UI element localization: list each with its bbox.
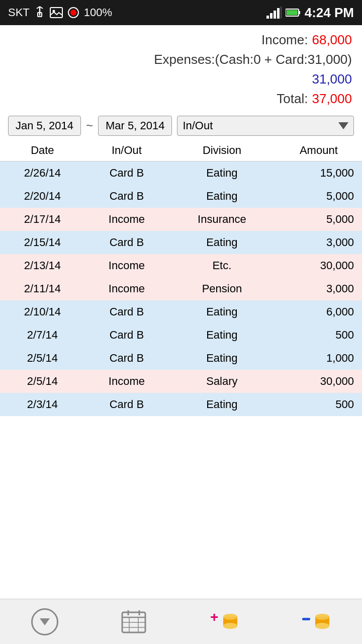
svg-rect-11 (277, 8, 280, 19)
cell-division: Pension (168, 277, 276, 300)
cell-date: 2/10/14 (0, 300, 85, 324)
table-row[interactable]: 2/3/14Card BEating500 (0, 393, 362, 416)
expenses-row: Expenses:(Cash:0 + Card:31,000) (10, 50, 352, 69)
cell-division: Insurance (168, 208, 276, 231)
svg-rect-30 (302, 618, 310, 620)
svg-rect-10 (274, 11, 276, 19)
nav-back[interactable] (31, 608, 58, 635)
table-row[interactable]: 2/11/14IncomePension3,000 (0, 277, 362, 300)
cell-division: Salary (168, 370, 276, 393)
expenses-value-row: 31,000 (10, 69, 352, 89)
cell-amount: 30,000 (276, 370, 362, 393)
cell-amount: 3,000 (276, 277, 362, 300)
svg-point-29 (223, 623, 237, 629)
summary-section: Income: 68,000 Expenses:(Cash:0 + Card:3… (0, 25, 362, 112)
income-row: Income: 68,000 (10, 30, 352, 50)
cell-inout: Card B (85, 393, 168, 416)
inout-select-wrap: In/Out (177, 116, 354, 136)
cell-division: Eating (168, 162, 276, 185)
cell-amount: 5,000 (276, 185, 362, 208)
transactions-table: Date In/Out Division Amount 2/26/14Card … (0, 140, 362, 416)
svg-rect-14 (299, 11, 300, 14)
cell-inout: Income (85, 277, 168, 300)
cell-date: 2/5/14 (0, 347, 85, 370)
cell-amount: 500 (276, 324, 362, 347)
cell-date: 2/13/14 (0, 254, 85, 277)
signal-icon (266, 7, 282, 19)
total-label: Total: (277, 89, 308, 109)
cell-division: Etc. (168, 254, 276, 277)
svg-point-34 (315, 614, 329, 620)
cell-amount: 15,000 (276, 162, 362, 185)
cell-date: 2/7/14 (0, 324, 85, 347)
tilde-separator: ~ (86, 119, 93, 133)
battery-icon (286, 8, 301, 18)
expenses-value: 31,000 (312, 69, 352, 89)
table-row[interactable]: 2/13/14IncomeEtc.30,000 (0, 254, 362, 277)
col-date: Date (0, 140, 85, 162)
table-row[interactable]: 2/17/14IncomeInsurance5,000 (0, 208, 362, 231)
cell-date: 2/15/14 (0, 231, 85, 254)
svg-rect-12 (281, 7, 282, 19)
table-row[interactable]: 2/15/14Card BEating3,000 (0, 231, 362, 254)
status-right: 4:24 PM (266, 5, 354, 21)
cell-inout: Card B (85, 347, 168, 370)
col-division: Division (168, 140, 276, 162)
record-icon (68, 7, 79, 18)
svg-text:+: + (210, 609, 218, 625)
cell-inout: Income (85, 254, 168, 277)
cell-amount: 30,000 (276, 254, 362, 277)
inout-select[interactable]: In/Out (177, 116, 354, 136)
svg-rect-8 (266, 16, 269, 19)
svg-point-35 (315, 623, 329, 629)
svg-point-7 (70, 10, 76, 16)
cell-division: Eating (168, 231, 276, 254)
bottom-nav: + (0, 599, 362, 644)
expenses-label: Expenses:(Cash:0 + Card:31,000) (154, 50, 352, 69)
table-row[interactable]: 2/5/14IncomeSalary30,000 (0, 370, 362, 393)
cell-date: 2/17/14 (0, 208, 85, 231)
cell-inout: Income (85, 370, 168, 393)
cell-division: Eating (168, 393, 276, 416)
income-label: Income: (261, 30, 308, 50)
col-inout: In/Out (85, 140, 168, 162)
start-date-button[interactable]: Jan 5, 2014 (8, 116, 81, 136)
cell-date: 2/5/14 (0, 370, 85, 393)
cell-date: 2/11/14 (0, 277, 85, 300)
total-value: 37,000 (312, 89, 352, 109)
inout-label: In/Out (183, 119, 213, 132)
calendar-icon (120, 608, 147, 635)
cell-amount: 1,000 (276, 347, 362, 370)
cell-amount: 6,000 (276, 300, 362, 324)
cell-inout: Card B (85, 231, 168, 254)
nav-subtract-money[interactable] (301, 608, 331, 636)
table-row[interactable]: 2/26/14Card BEating15,000 (0, 162, 362, 185)
cell-amount: 3,000 (276, 231, 362, 254)
svg-rect-4 (50, 8, 62, 18)
cell-date: 2/26/14 (0, 162, 85, 185)
nav-add-money[interactable]: + (209, 608, 239, 636)
cell-date: 2/3/14 (0, 393, 85, 416)
battery-percent: 100% (84, 6, 112, 19)
chevron-down-icon (40, 618, 50, 625)
svg-point-28 (223, 614, 237, 620)
back-icon (31, 608, 58, 635)
usb-icon (35, 6, 45, 20)
cell-inout: Card B (85, 300, 168, 324)
subtract-money-icon (301, 608, 331, 636)
table-row[interactable]: 2/7/14Card BEating500 (0, 324, 362, 347)
cell-inout: Income (85, 208, 168, 231)
income-value: 68,000 (312, 30, 352, 50)
status-bar: SKT 100% (0, 0, 362, 25)
cell-inout: Card B (85, 162, 168, 185)
table-row[interactable]: 2/10/14Card BEating6,000 (0, 300, 362, 324)
cell-inout: Card B (85, 324, 168, 347)
image-icon (50, 7, 63, 18)
table-row[interactable]: 2/5/14Card BEating1,000 (0, 347, 362, 370)
cell-division: Eating (168, 347, 276, 370)
cell-inout: Card B (85, 185, 168, 208)
filter-bar: Jan 5, 2014 ~ Mar 5, 2014 In/Out (0, 112, 362, 140)
nav-calendar[interactable] (120, 608, 147, 635)
table-row[interactable]: 2/20/14Card BEating5,000 (0, 185, 362, 208)
end-date-button[interactable]: Mar 5, 2014 (98, 116, 172, 136)
